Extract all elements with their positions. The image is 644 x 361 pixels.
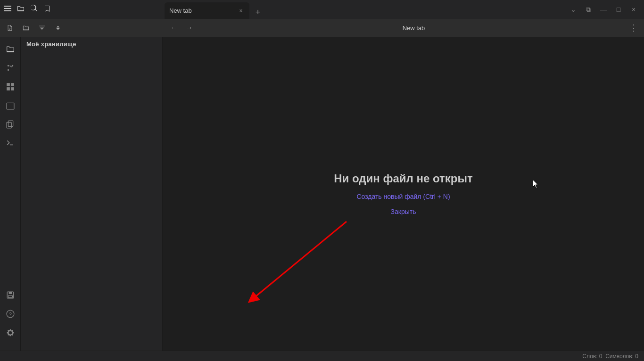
content-area: Ни один файл не открыт Создать новый фай…: [163, 37, 644, 351]
svg-rect-12: [7, 123, 11, 128]
new-folder-toolbar-button[interactable]: [20, 22, 32, 34]
svg-point-5: [11, 65, 13, 66]
svg-rect-8: [7, 87, 10, 90]
svg-rect-15: [8, 295, 12, 298]
char-count: Символов: 0: [605, 353, 638, 360]
close-button[interactable]: ×: [627, 3, 640, 16]
svg-line-19: [252, 222, 347, 299]
sidebar-item-grid[interactable]: [2, 78, 19, 95]
back-button[interactable]: ←: [168, 22, 180, 33]
title-bar-right: ⌄ ⧉ — □ ×: [563, 3, 644, 16]
main-area: ? Моё хранилище Ни один файл не открыт С…: [0, 37, 644, 351]
sidebar-item-help[interactable]: ?: [2, 305, 19, 322]
sidebar-bottom-icons: ?: [2, 154, 19, 347]
status-bar: Слов: 0 Символов: 0: [0, 351, 644, 361]
sidebar-item-copy[interactable]: [2, 116, 19, 133]
more-menu-button[interactable]: ⋮: [627, 21, 640, 34]
svg-rect-9: [11, 87, 14, 90]
tab-new[interactable]: New tab ×: [165, 2, 249, 19]
close-link[interactable]: Закрыть: [391, 208, 416, 215]
sidebar-item-settings[interactable]: [2, 324, 19, 341]
svg-rect-7: [11, 83, 14, 86]
chevron-down-button[interactable]: ⌄: [567, 3, 580, 16]
tabs-area: New tab × +: [163, 0, 563, 19]
restore-button[interactable]: ⧉: [582, 3, 595, 16]
sidebar-panel-title: Моё хранилище: [21, 37, 162, 51]
sort-toolbar-button[interactable]: [36, 22, 48, 34]
minimize-button[interactable]: —: [597, 3, 610, 16]
collapse-toolbar-button[interactable]: [52, 22, 64, 34]
tab-close-button[interactable]: ×: [237, 7, 245, 15]
toolbar-left: [0, 22, 163, 34]
tab-label: New tab: [169, 7, 192, 14]
search-icon[interactable]: [30, 5, 38, 14]
maximize-button[interactable]: □: [612, 3, 625, 16]
sidebar-toggle-icon[interactable]: [4, 5, 11, 14]
svg-rect-14: [8, 292, 12, 294]
toolbar-nav: ← →: [163, 22, 200, 33]
svg-point-3: [7, 65, 8, 66]
svg-rect-1: [4, 8, 11, 9]
add-tab-button[interactable]: +: [251, 6, 264, 19]
svg-rect-0: [4, 6, 11, 7]
svg-point-4: [7, 69, 8, 71]
sidebar-item-calendar[interactable]: [2, 97, 19, 114]
forward-button[interactable]: →: [183, 22, 195, 33]
sidebar-item-explorer[interactable]: [2, 41, 19, 57]
sidebar-panel: Моё хранилище: [21, 37, 162, 351]
annotation-arrow: [233, 217, 365, 313]
sidebar: ? Моё хранилище: [0, 37, 163, 351]
toolbar-row: ← → New tab ⋮: [0, 19, 644, 37]
svg-text:?: ?: [9, 312, 12, 317]
toolbar-title: New tab: [200, 25, 627, 32]
open-folder-icon[interactable]: [17, 5, 25, 14]
empty-state-title: Ни один файл не открыт: [334, 172, 473, 185]
cursor-indicator: [533, 180, 540, 191]
sidebar-layout: ? Моё хранилище: [0, 37, 162, 351]
create-new-file-link[interactable]: Создать новый файл (Ctrl + N): [356, 193, 450, 200]
bookmark-icon[interactable]: [43, 5, 51, 14]
sidebar-item-git[interactable]: [2, 59, 19, 76]
svg-rect-10: [7, 103, 14, 109]
svg-rect-6: [7, 83, 10, 86]
new-file-toolbar-button[interactable]: [4, 22, 16, 34]
title-bar-left: [0, 5, 163, 14]
svg-rect-11: [8, 121, 13, 126]
sidebar-icon-strip: ?: [0, 37, 21, 351]
sidebar-content: [21, 51, 162, 351]
word-count: Слов: 0: [582, 353, 602, 360]
svg-rect-2: [4, 10, 11, 11]
title-bar: New tab × + ⌄ ⧉ — □ ×: [0, 0, 644, 19]
empty-state: Ни один файл не открыт Создать новый фай…: [334, 172, 473, 215]
sidebar-item-terminal[interactable]: [2, 135, 19, 152]
sidebar-item-save[interactable]: [2, 287, 19, 304]
